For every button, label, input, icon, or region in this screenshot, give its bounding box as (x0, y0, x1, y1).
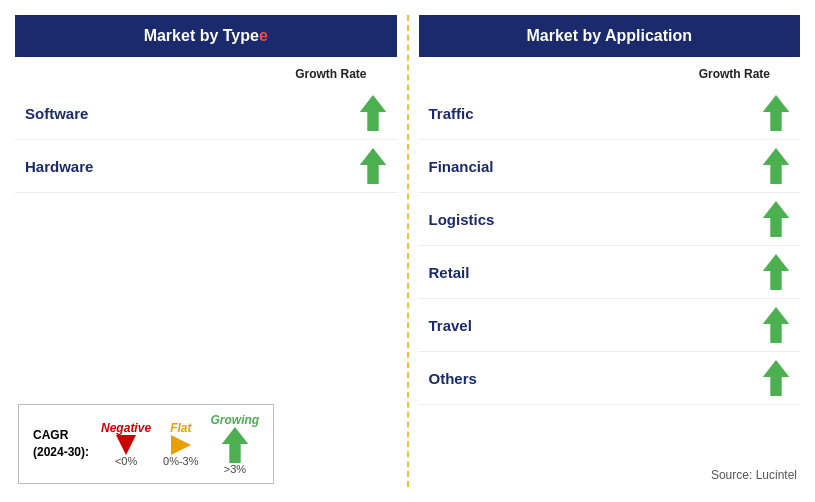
table-row: Hardware (15, 140, 397, 193)
table-row: Logistics (419, 193, 801, 246)
item-label-traffic: Traffic (429, 105, 474, 122)
flat-label-text: Flat (170, 421, 191, 435)
growth-arrow-traffic (762, 95, 790, 131)
right-growth-rate-label: Growth Rate (419, 67, 801, 81)
table-row: Traffic (419, 87, 801, 140)
growing-value: >3% (224, 463, 246, 475)
table-row: Others (419, 352, 801, 405)
item-label-financial: Financial (429, 158, 494, 175)
svg-marker-6 (763, 307, 790, 343)
negative-label-text: Negative (101, 421, 151, 435)
flat-value: 0%-3% (163, 455, 198, 467)
panel-divider (407, 15, 409, 487)
growth-arrow-software (359, 95, 387, 131)
cagr-label: CAGR(2024-30): (33, 427, 89, 461)
legend-flat-group: Flat 0%-3% (163, 421, 198, 467)
svg-marker-3 (763, 148, 790, 184)
flat-arrow-icon (171, 435, 191, 455)
svg-marker-8 (222, 427, 249, 463)
left-panel-header: Market by Typee (15, 15, 397, 57)
growth-arrow-travel (762, 307, 790, 343)
left-panel-title: Market by Type (144, 27, 259, 44)
svg-marker-5 (763, 254, 790, 290)
item-label-others: Others (429, 370, 477, 387)
item-label-software: Software (25, 105, 88, 122)
right-panel-header: Market by Application (419, 15, 801, 57)
main-container: Market by Typee Growth Rate Software Har… (0, 0, 815, 502)
svg-marker-4 (763, 201, 790, 237)
table-row: Financial (419, 140, 801, 193)
table-row: Software (15, 87, 397, 140)
left-panel-title-suffix: e (259, 27, 268, 44)
growing-arrow-icon (221, 427, 249, 463)
growth-arrow-others (762, 360, 790, 396)
svg-marker-1 (359, 148, 386, 184)
svg-marker-2 (763, 95, 790, 131)
source-text: Source: Lucintel (711, 468, 797, 482)
item-label-travel: Travel (429, 317, 472, 334)
growing-label-text: Growing (211, 413, 260, 427)
svg-marker-7 (763, 360, 790, 396)
svg-marker-0 (359, 95, 386, 131)
right-panel: Market by Application Growth Rate Traffi… (419, 15, 801, 487)
table-row: Retail (419, 246, 801, 299)
growth-arrow-financial (762, 148, 790, 184)
right-panel-title: Market by Application (526, 27, 692, 44)
growth-arrow-retail (762, 254, 790, 290)
legend-growing-group: Growing >3% (211, 413, 260, 475)
item-label-hardware: Hardware (25, 158, 93, 175)
item-label-retail: Retail (429, 264, 470, 281)
legend-negative-group: Negative <0% (101, 421, 151, 467)
right-items-container: Traffic Financial Logistics Retail (419, 87, 801, 487)
left-growth-rate-label: Growth Rate (15, 67, 397, 81)
legend-box: CAGR(2024-30): Negative <0% Flat 0%-3% G… (18, 404, 274, 484)
negative-value: <0% (115, 455, 137, 467)
growth-arrow-logistics (762, 201, 790, 237)
table-row: Travel (419, 299, 801, 352)
growth-arrow-hardware (359, 148, 387, 184)
item-label-logistics: Logistics (429, 211, 495, 228)
negative-arrow-icon (116, 435, 136, 455)
